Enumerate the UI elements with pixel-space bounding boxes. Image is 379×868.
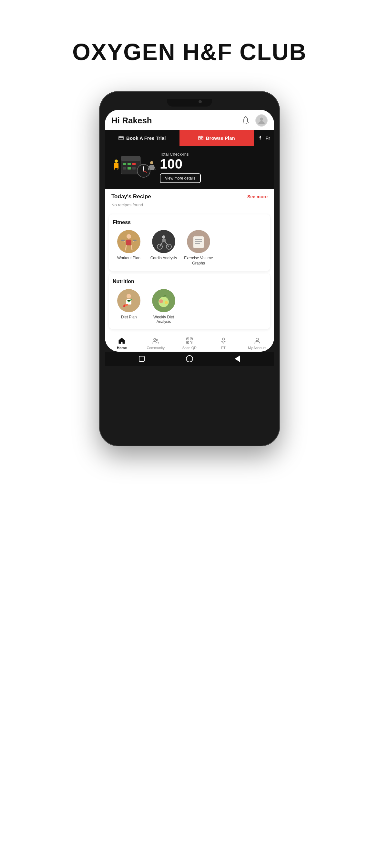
nav-community-label: Community bbox=[147, 346, 165, 350]
svg-rect-22 bbox=[126, 240, 131, 245]
fr-button[interactable]: Fr bbox=[254, 130, 274, 146]
cardio-analysis-item[interactable]: Cardio Analysis bbox=[148, 230, 180, 266]
weekly-diet-image bbox=[152, 289, 175, 312]
phone-notch-area bbox=[105, 97, 274, 108]
nav-pt-label: PT bbox=[221, 346, 226, 350]
phone-square-button[interactable] bbox=[138, 355, 145, 362]
checkin-count: 100 bbox=[160, 157, 267, 172]
svg-point-3 bbox=[260, 136, 261, 137]
screen-content: Hi Rakesh bbox=[105, 110, 274, 352]
svg-point-30 bbox=[162, 236, 165, 239]
svg-point-42 bbox=[159, 299, 163, 303]
svg-rect-8 bbox=[132, 163, 135, 165]
browse-plan-button[interactable]: Browse Plan bbox=[180, 130, 254, 146]
fitness-section-title: Fitness bbox=[113, 220, 266, 225]
view-more-details-button[interactable]: View more details bbox=[160, 174, 201, 183]
fitness-card: Fitness bbox=[109, 214, 270, 271]
greeting-text: Hi Rakesh bbox=[112, 116, 152, 126]
phone-home-button[interactable] bbox=[186, 355, 193, 362]
nutrition-items-row: Diet Plan bbox=[113, 289, 266, 324]
nav-home-label: Home bbox=[117, 346, 127, 350]
nav-home[interactable]: Home bbox=[112, 337, 131, 350]
svg-point-53 bbox=[256, 338, 259, 341]
svg-rect-49 bbox=[187, 338, 188, 339]
user-avatar[interactable] bbox=[255, 114, 267, 127]
svg-point-38 bbox=[127, 294, 131, 299]
checkin-banner: Total Check-Ins 100 View more details bbox=[105, 146, 274, 189]
see-more-recipes-link[interactable]: See more bbox=[247, 194, 267, 199]
nav-scan-qr[interactable]: Scan QR bbox=[180, 337, 199, 350]
svg-rect-2 bbox=[198, 136, 203, 140]
checkin-info: Total Check-Ins 100 View more details bbox=[160, 152, 267, 183]
svg-rect-51 bbox=[187, 342, 188, 343]
diet-plan-label: Diet Plan bbox=[121, 315, 137, 319]
notification-bell-icon[interactable] bbox=[241, 115, 251, 126]
phone-camera bbox=[198, 100, 202, 103]
exercise-volume-item[interactable]: Exercise Volume Graphs bbox=[182, 230, 215, 266]
cardio-analysis-label: Cardio Analysis bbox=[151, 256, 177, 261]
diet-plan-image bbox=[117, 289, 140, 312]
svg-rect-19 bbox=[150, 165, 154, 170]
exercise-volume-image bbox=[187, 230, 210, 253]
nutrition-section-title: Nutrition bbox=[113, 279, 266, 284]
nav-community[interactable]: Community bbox=[146, 337, 165, 350]
svg-rect-11 bbox=[132, 167, 135, 169]
cardio-analysis-image bbox=[152, 230, 175, 253]
workout-plan-label: Workout Plan bbox=[117, 256, 140, 261]
no-recipes-message: No recipes found bbox=[105, 201, 274, 212]
nav-scan-qr-label: Scan QR bbox=[182, 346, 197, 350]
nav-my-account-label: My Account bbox=[248, 346, 266, 350]
book-trial-button[interactable]: Book A Free Trial bbox=[105, 130, 180, 146]
svg-point-16 bbox=[115, 159, 118, 163]
phone-back-button[interactable] bbox=[234, 355, 241, 362]
header: Hi Rakesh bbox=[105, 110, 274, 130]
todays-recipe-title: Today's Recipe bbox=[112, 193, 151, 200]
checkin-illustration bbox=[112, 153, 157, 182]
svg-point-44 bbox=[154, 338, 156, 340]
action-buttons-row: Book A Free Trial Browse Plan Fr bbox=[105, 130, 274, 146]
svg-rect-9 bbox=[123, 167, 126, 169]
svg-point-43 bbox=[165, 301, 168, 304]
svg-rect-33 bbox=[193, 237, 204, 248]
fitness-items-row: Workout Plan bbox=[113, 230, 266, 266]
svg-point-18 bbox=[150, 161, 153, 164]
svg-point-45 bbox=[157, 339, 158, 341]
workout-plan-item[interactable]: Workout Plan bbox=[113, 230, 145, 266]
diet-plan-item[interactable]: Diet Plan bbox=[113, 289, 145, 324]
nav-pt[interactable]: PT bbox=[214, 337, 233, 350]
phone-bottom-bar bbox=[105, 352, 274, 366]
phone-screen: Hi Rakesh bbox=[105, 110, 274, 352]
community-icon bbox=[151, 337, 160, 345]
home-icon bbox=[118, 337, 126, 345]
phone-shell: Hi Rakesh bbox=[99, 91, 280, 446]
scan-qr-icon bbox=[185, 337, 194, 345]
svg-rect-6 bbox=[123, 163, 126, 165]
svg-rect-10 bbox=[128, 167, 131, 169]
svg-rect-17 bbox=[114, 163, 119, 168]
svg-rect-7 bbox=[128, 163, 131, 165]
my-account-icon bbox=[253, 337, 261, 345]
header-icons bbox=[241, 114, 267, 127]
svg-point-52 bbox=[222, 338, 224, 340]
nutrition-card: Nutrition bbox=[109, 274, 270, 329]
app-title: OXYGEN H&F CLUB bbox=[72, 39, 307, 65]
phone-notch bbox=[167, 99, 212, 106]
pt-icon bbox=[219, 337, 228, 345]
checkin-label: Total Check-Ins bbox=[160, 152, 267, 157]
exercise-volume-label: Exercise Volume Graphs bbox=[182, 256, 215, 266]
svg-rect-50 bbox=[191, 338, 192, 339]
workout-plan-image bbox=[117, 230, 140, 253]
svg-point-0 bbox=[260, 118, 263, 121]
svg-rect-1 bbox=[119, 136, 123, 140]
svg-rect-31 bbox=[162, 239, 166, 242]
svg-point-21 bbox=[127, 234, 131, 239]
bottom-nav: Home Community bbox=[105, 333, 274, 352]
nav-my-account[interactable]: My Account bbox=[248, 337, 267, 350]
todays-recipe-header: Today's Recipe See more bbox=[105, 189, 274, 201]
weekly-diet-item[interactable]: Weekly Diet Analysis bbox=[148, 289, 180, 324]
svg-rect-5 bbox=[121, 156, 140, 161]
weekly-diet-label: Weekly Diet Analysis bbox=[148, 315, 180, 324]
